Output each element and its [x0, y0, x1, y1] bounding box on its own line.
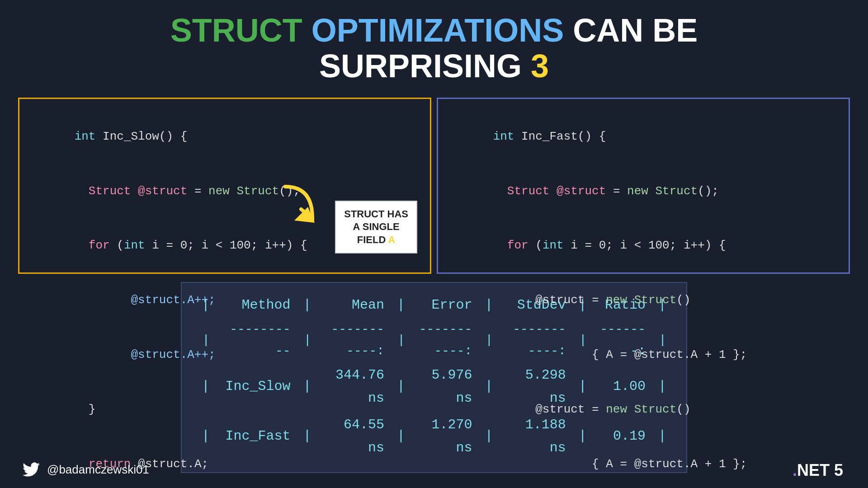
title-number: 3	[531, 48, 549, 84]
code-line-1: int Inc_Slow() {	[32, 109, 417, 164]
code-panel-left: int Inc_Slow() { Struct @struct = new St…	[18, 98, 431, 274]
twitter-icon	[23, 461, 40, 478]
title-line2: SURPRISING 3	[0, 48, 868, 84]
r-code-line-5: { A = @struct.A + 1 };	[451, 328, 836, 382]
callout-box: STRUCT HAS A SINGLE FIELD A	[335, 201, 417, 254]
net5-badge: .NET 5	[793, 461, 843, 480]
callout-line3: FIELD	[357, 234, 386, 245]
r-code-line-1: int Inc_Fast() {	[451, 109, 836, 164]
callout-field-letter: A	[388, 234, 396, 245]
title-optimizations: OPTIMIZATIONS	[311, 12, 564, 48]
code-line-4: @struct.A++;	[32, 273, 417, 328]
callout-line2: A SINGLE	[353, 221, 400, 232]
net5-net: NET 5	[797, 461, 843, 479]
title-can-be: CAN BE	[573, 12, 698, 48]
callout-line1: STRUCT HAS	[344, 208, 408, 220]
r-code-line-6: @struct = new Struct()	[451, 382, 836, 437]
net5-dot: .	[793, 461, 797, 479]
code-line-6: }	[32, 382, 417, 437]
code-line-5: @struct.A++;	[32, 328, 417, 382]
code-panel-right: int Inc_Fast() { Struct @struct = new St…	[437, 98, 850, 274]
footer: @badamczewski01	[23, 461, 149, 478]
code-panels: int Inc_Slow() { Struct @struct = new St…	[0, 98, 868, 274]
title-line1: STRUCT OPTIMIZATIONS CAN BE	[0, 13, 868, 48]
r-code-line-3: for (int i = 0; i < 100; i++) {	[451, 218, 836, 273]
r-code-line-7: { A = @struct.A + 1 };	[451, 437, 836, 488]
footer-handle: @badamczewski01	[47, 463, 149, 477]
title-surprising: SURPRISING	[319, 48, 522, 84]
r-code-line-2: Struct @struct = new Struct();	[451, 164, 836, 218]
title-struct: STRUCT	[170, 12, 302, 48]
title-area: STRUCT OPTIMIZATIONS CAN BE SURPRISING 3	[0, 0, 868, 93]
r-code-line-4: @struct = new Struct()	[451, 273, 836, 328]
